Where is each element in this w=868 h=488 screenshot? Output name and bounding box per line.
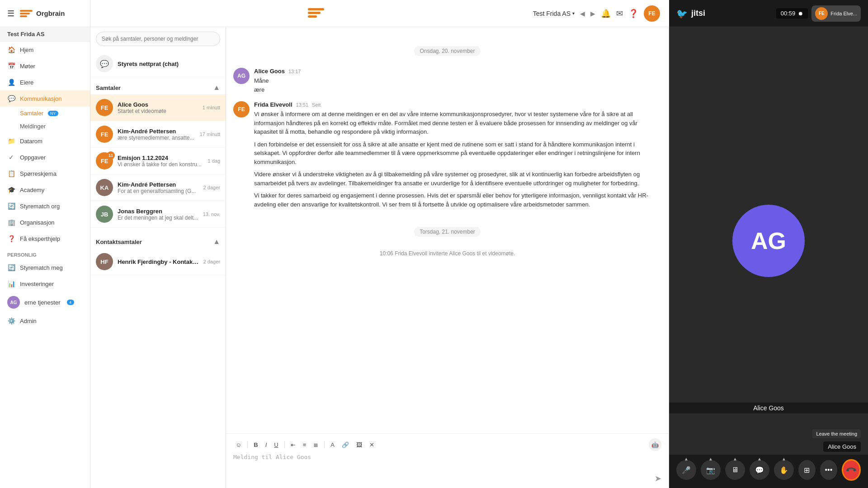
camera-icon: 📷 [706,466,715,474]
conversation-kim1[interactable]: FE Kim-André Pettersen ære styremedlemme… [90,121,226,148]
message-input[interactable] [233,454,661,470]
jonas-name: Jonas Berggren [118,208,198,215]
mic-button[interactable]: 🎤 [676,460,696,480]
sidebar-item-investeringer[interactable]: 📊 Investeringer [0,276,90,292]
alice-avatar: FE [96,99,113,116]
font-color-button[interactable]: A [328,440,337,450]
emisjon-info: Emisjon 1.12.2024 Vi ønsker å takke for … [118,155,203,168]
samtaler-label: Samtaler [20,110,43,117]
next-nav-icon[interactable]: ▶ [590,10,595,17]
chat-button[interactable]: 💬 [750,460,769,480]
conversation-jonas[interactable]: JB Jonas Berggren Er det meningen at jeg… [90,201,226,228]
sidebar-item-samtaler[interactable]: Samtaler NY [0,107,90,120]
top-bar: Test Frida AS ▾ ◀ ▶ 🔔 ✉ ❓ FE [90,0,669,27]
msg-text-frida: Vi ønsker å informere om at denne meldin… [254,110,661,209]
sidebar-item-admin[interactable]: ⚙️ Admin [0,313,90,329]
conversation-alice[interactable]: FE Alice Goos Startet et videomøte 1 min… [90,94,226,121]
ai-button[interactable]: 🤖 [649,438,661,451]
user-profile-avatar[interactable]: FE [644,5,660,22]
match-me-icon: 🔄 [7,263,15,272]
image-button[interactable]: 🖼 [354,440,364,450]
sidebar-item-styrematch-meg[interactable]: 🔄 Styrematch meg [0,259,90,276]
grid-button[interactable]: ⊞ [798,460,816,480]
sidebar-item-oppgaver[interactable]: ✓ Oppgaver [0,149,90,165]
hand-chevron-icon[interactable]: ▲ [782,456,786,461]
sidebar-item-eiere[interactable]: 👤 Eiere [0,74,90,90]
emoji-button[interactable]: ☺ [233,440,244,450]
screen-share-button[interactable]: 🖥 [725,460,745,480]
ol-button[interactable]: ≣ [311,440,321,450]
prev-nav-icon[interactable]: ◀ [580,10,585,17]
send-button[interactable]: ➤ [655,474,661,483]
ul-button[interactable]: ≡ [301,440,309,450]
date-label-thu: Torsdag, 21. november [414,227,481,237]
kontakt-collapse-icon[interactable]: ▲ [213,238,220,246]
match-icon: 🔄 [7,202,15,210]
henrik-name: Henrik Fjerdingby - Kontakt styret [118,258,199,265]
kim1-name: Kim-André Pettersen [118,128,195,135]
msg-sender-frida: Frida Elvevoll [254,101,292,108]
sidebar-item-hjem[interactable]: 🏠 Hjem [0,42,90,58]
emisjon-name: Emisjon 1.12.2024 [118,155,203,161]
sidebar-item-meldinger[interactable]: Meldinger [0,120,90,133]
chat-chevron-icon[interactable]: ▲ [757,456,762,461]
pinned-chat-item[interactable]: 💬 Styrets nettprat (chat) [90,51,226,77]
svg-rect-4 [308,12,321,14]
mic-chevron-icon[interactable]: ▲ [684,456,689,461]
message-group-alice: AG Alice Goos 13:17 Måne ære [233,68,661,94]
collapse-icon[interactable]: ▲ [213,84,220,92]
outdent-button[interactable]: ⇤ [288,440,298,450]
samtaler-section-header[interactable]: Samtaler ▲ [90,81,226,94]
sidebar-item-eksperthjelp[interactable]: ❓ Få eksperthjelp [0,230,90,247]
raise-hand-button[interactable]: ✋ [774,460,794,480]
sidebar-item-kommunikasjon[interactable]: 💬 Kommunikasjon [0,90,90,107]
kim1-preview: ære styremedlemmer, ansatte... [118,135,195,141]
bold-button[interactable]: B [251,440,260,450]
jitsi-video-area: AG Alice Goos [669,27,868,454]
kim1-info: Kim-André Pettersen ære styremedlemmer, … [118,128,195,141]
org-selector[interactable]: Test Frida AS ▾ [533,10,575,17]
chat-ctrl-icon: 💬 [755,466,764,474]
camera-chevron-icon[interactable]: ▲ [708,456,713,461]
chat-group-icon: 💬 [96,55,113,72]
jitsi-header: 🐦 jitsi 00:59 ⏺ FE Frida Elve... [669,0,868,27]
underline-button[interactable]: U [272,440,280,450]
sidebar-item-label: Styrematch meg [20,264,63,271]
clear-button[interactable]: ✕ [367,440,377,450]
sidebar-item-label: Investeringer [20,281,54,287]
end-call-button[interactable]: 📞 [842,459,861,481]
sidebar-item-externe[interactable]: AG erne tjenester 4 [0,292,90,313]
hamburger-icon[interactable]: ☰ [7,9,14,19]
conversation-emisjon[interactable]: FE 11 Emisjon 1.12.2024 Vi ønsker å takk… [90,148,226,174]
sidebar-item-organisasjon[interactable]: 🏢 Organisasjon [0,214,90,230]
pinned-chat-info: Styrets nettprat (chat) [118,61,220,67]
kim1-time: 17 minutt [200,131,220,137]
sidebar-item-label: Få eksperthjelp [20,235,60,242]
italic-button[interactable]: I [263,440,269,450]
chat-icon: 💬 [7,94,15,103]
academy-icon: 🎓 [7,186,15,194]
link-button[interactable]: 🔗 [340,440,351,450]
conversation-henrik[interactable]: HF Henrik Fjerdingby - Kontakt styret 2 … [90,249,226,275]
sidebar-header: ☰ Orgbrain [0,0,90,27]
screen-control-group: 🖥 ▲ [725,460,745,480]
sidebar-item-moter[interactable]: 📅 Møter [0,58,90,74]
conversation-kim2[interactable]: KA Kim-André Pettersen For at en general… [90,174,226,201]
jitsi-logo: 🐦 jitsi [676,8,705,19]
sidebar-item-datarom[interactable]: 📁 Datarom [0,133,90,149]
sidebar-item-academy[interactable]: 🎓 Academy [0,182,90,198]
search-input[interactable] [96,32,220,46]
screen-chevron-icon[interactable]: ▲ [733,456,737,461]
messages-icon[interactable]: ✉ [616,9,623,19]
svg-rect-1 [20,13,30,14]
kim2-name: Kim-André Pettersen [118,181,199,188]
more-options-button[interactable]: ••• [820,460,837,480]
jitsi-bird-icon: 🐦 [676,8,688,19]
notification-bell-icon[interactable]: 🔔 [601,9,611,19]
kontakt-section-header[interactable]: Kontaktsamtaler ▲ [90,235,226,249]
chat-area: AG Alice Goos ▾ 📹 ↪ Onsdag, 20. november… [226,0,669,488]
sidebar-item-styrematch[interactable]: 🔄 Styrematch org [0,198,90,214]
camera-button[interactable]: 📷 [701,460,721,480]
sidebar-item-sporreskjema[interactable]: 📋 Spørreskjema [0,165,90,182]
help-question-icon[interactable]: ❓ [628,9,638,19]
